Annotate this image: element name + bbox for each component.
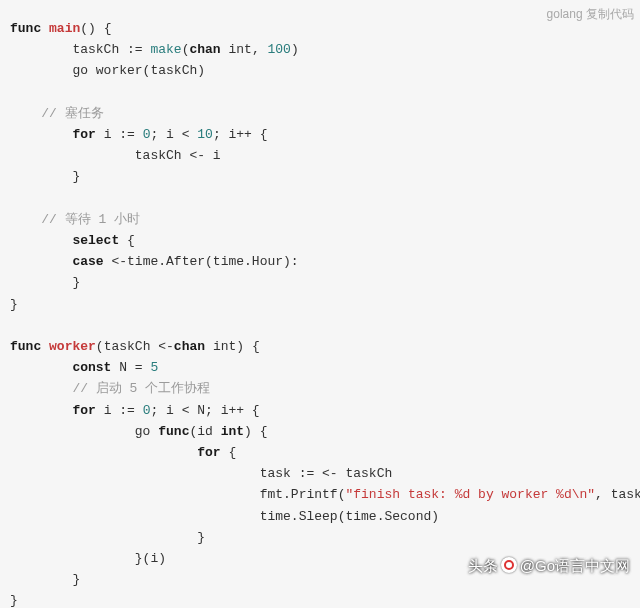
- code-text: time.Sleep(time.Second): [10, 509, 439, 524]
- watermark: 头条 @Go语言中文网: [468, 555, 630, 576]
- kw-func: func: [158, 424, 189, 439]
- string-literal: "finish task: %d by worker %d\n": [345, 487, 595, 502]
- num-10: 10: [197, 127, 213, 142]
- code-text: N =: [111, 360, 150, 375]
- kw-func: func: [10, 21, 41, 36]
- code-text: <-time.After(time.Hour):: [104, 254, 299, 269]
- language-label: golang: [547, 7, 583, 21]
- code-header: golang 复制代码: [547, 4, 634, 25]
- code-text: i :=: [96, 127, 143, 142]
- code-text: ) {: [244, 424, 267, 439]
- kw-for: for: [10, 445, 221, 460]
- code-text: ; i < N; i++ {: [150, 403, 259, 418]
- code-text: go: [10, 424, 158, 439]
- code-text: taskCh :=: [10, 42, 150, 57]
- code-snippet: func main() { taskCh := make(chan int, 1…: [0, 0, 640, 608]
- comment: // 塞任务: [10, 106, 104, 121]
- code-text: ): [291, 42, 299, 57]
- num-100: 100: [268, 42, 291, 57]
- code-text: }: [10, 530, 205, 545]
- code-text: ; i++ {: [213, 127, 268, 142]
- kw-int: int: [221, 424, 244, 439]
- kw-for: for: [10, 127, 96, 142]
- code-text: (taskCh <-: [96, 339, 174, 354]
- toutiao-icon: [501, 557, 517, 573]
- kw-for: for: [10, 403, 96, 418]
- builtin-make: make: [150, 42, 181, 57]
- code-text: ; i <: [150, 127, 197, 142]
- code-text: {: [221, 445, 237, 460]
- watermark-handle: @Go语言中文网: [520, 555, 630, 576]
- code-text: () {: [80, 21, 111, 36]
- code-text: {: [119, 233, 135, 248]
- code-text: }: [10, 297, 18, 312]
- code-text: fmt.Printf(: [10, 487, 345, 502]
- code-text: taskCh <- i: [10, 148, 221, 163]
- fn-main: main: [49, 21, 80, 36]
- code-text: i :=: [96, 403, 143, 418]
- code-text: }: [10, 572, 80, 587]
- comment: // 启动 5 个工作协程: [10, 381, 210, 396]
- code-text: (id: [189, 424, 220, 439]
- kw-chan: chan: [189, 42, 220, 57]
- num-5: 5: [150, 360, 158, 375]
- fn-worker: worker: [49, 339, 96, 354]
- code-text: }: [10, 593, 18, 608]
- code-text: }: [10, 169, 80, 184]
- kw-chan: chan: [174, 339, 205, 354]
- code-text: int) {: [205, 339, 260, 354]
- code-text: int,: [221, 42, 268, 57]
- kw-select: select: [10, 233, 119, 248]
- kw-case: case: [10, 254, 104, 269]
- code-text: }(i): [10, 551, 166, 566]
- code-text: }: [10, 275, 80, 290]
- watermark-text: 头条: [468, 555, 498, 576]
- code-text: go worker(taskCh): [10, 63, 205, 78]
- kw-func: func: [10, 339, 41, 354]
- code-text: task := <- taskCh: [10, 466, 392, 481]
- copy-code-label[interactable]: 复制代码: [586, 7, 634, 21]
- comment: // 等待 1 小时: [10, 212, 140, 227]
- code-text: , task, id): [595, 487, 640, 502]
- kw-const: const: [10, 360, 111, 375]
